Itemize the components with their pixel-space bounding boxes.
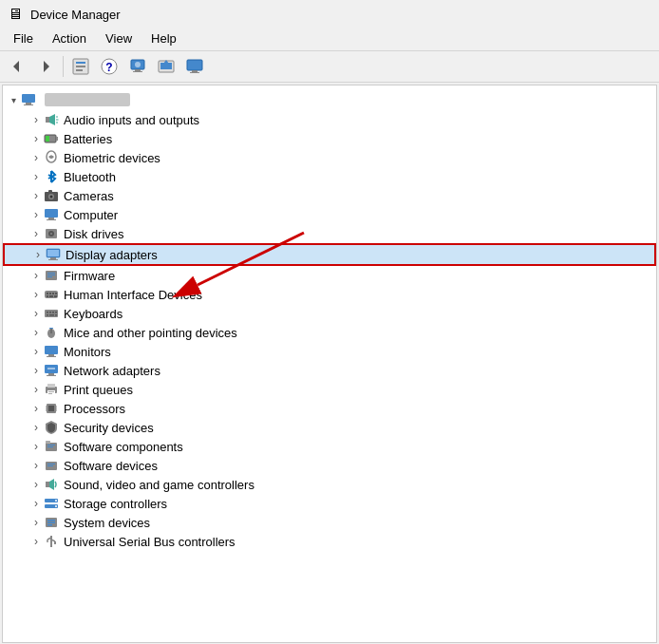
svg-rect-46	[47, 273, 55, 274]
svg-rect-69	[48, 354, 54, 356]
expand-icon-softcomp[interactable]: ›	[29, 440, 43, 453]
tree-item-usb[interactable]: ›Universal Serial Bus controllers	[3, 532, 656, 551]
device-label-disk: Disk drives	[64, 227, 124, 241]
expand-icon-keyboards[interactable]: ›	[29, 307, 43, 320]
svg-rect-54	[47, 295, 48, 297]
expand-icon-bluetooth[interactable]: ›	[29, 170, 43, 183]
scan-button[interactable]	[124, 54, 151, 79]
tree-item-batteries[interactable]: ›Batteries	[3, 129, 656, 148]
tree-item-hid[interactable]: ›Human Interface Devices	[3, 285, 656, 304]
expand-icon-storage[interactable]: ›	[29, 497, 43, 510]
svg-rect-90	[47, 446, 53, 447]
device-icon-system	[43, 515, 60, 530]
tree-item-print[interactable]: ›Print queues	[3, 380, 656, 399]
tree-item-monitors[interactable]: ›Monitors	[3, 342, 656, 361]
tree-item-system[interactable]: ›System devices	[3, 513, 656, 532]
tree-item-computer[interactable]: ›Computer	[3, 205, 656, 224]
menu-action[interactable]: Action	[43, 28, 96, 48]
menu-file[interactable]: File	[4, 28, 43, 48]
svg-rect-48	[47, 276, 52, 277]
properties-button[interactable]	[67, 54, 94, 79]
tree-item-security[interactable]: ›Security devices	[3, 418, 656, 437]
toolbar: ?	[0, 51, 659, 83]
device-label-softcomp: Software components	[64, 440, 183, 454]
svg-rect-52	[52, 293, 54, 294]
device-label-network: Network adapters	[64, 364, 160, 378]
device-icon-audio	[43, 112, 60, 127]
device-icon-bluetooth	[43, 169, 60, 184]
menu-help[interactable]: Help	[141, 28, 186, 48]
svg-rect-5	[76, 69, 83, 71]
device-icon-softcomp	[43, 439, 60, 454]
expand-icon-batteries[interactable]: ›	[29, 132, 43, 145]
tree-item-processors[interactable]: ›Processors	[3, 399, 656, 418]
back-button[interactable]	[4, 54, 30, 79]
expand-icon-firmware[interactable]: ›	[29, 269, 43, 282]
svg-rect-94	[47, 465, 53, 466]
svg-rect-58	[47, 312, 48, 313]
svg-rect-70	[47, 356, 56, 357]
tree-item-display[interactable]: ›Display adapters	[3, 243, 656, 266]
expand-icon-processors[interactable]: ›	[29, 402, 43, 415]
device-icon-usb	[43, 534, 60, 549]
device-label-audio: Audio inputs and outputs	[64, 113, 199, 127]
svg-rect-13	[160, 63, 172, 69]
tree-item-mice[interactable]: ›Mice and other pointing devices	[3, 323, 656, 342]
svg-rect-9	[135, 69, 141, 71]
tree-item-network[interactable]: ›Network adapters	[3, 361, 656, 380]
device-icon-network	[43, 363, 60, 378]
expand-icon-print[interactable]: ›	[29, 383, 43, 396]
svg-rect-53	[55, 293, 57, 294]
device-label-mice: Mice and other pointing devices	[64, 326, 237, 340]
expand-icon-display[interactable]: ›	[31, 248, 45, 261]
update-button[interactable]	[153, 54, 179, 79]
expand-icon-computer[interactable]: ›	[29, 208, 43, 221]
tree-item-firmware[interactable]: ›Firmware	[3, 266, 656, 285]
monitor-button[interactable]	[181, 54, 208, 79]
expand-icon-monitors[interactable]: ›	[29, 345, 43, 358]
root-expand[interactable]: ▾	[7, 95, 20, 105]
tree-item-softdev[interactable]: ›Software devices	[3, 456, 656, 475]
svg-rect-68	[45, 346, 58, 354]
tree-item-audio[interactable]: ›Audio inputs and outputs	[3, 110, 656, 129]
expand-icon-security[interactable]: ›	[29, 421, 43, 434]
device-icon-keyboards	[43, 306, 60, 321]
device-label-processors: Processors	[64, 402, 125, 416]
expand-icon-network[interactable]: ›	[29, 364, 43, 377]
tree-item-disk[interactable]: ›Disk drives	[3, 224, 656, 243]
menu-view[interactable]: View	[96, 28, 141, 48]
svg-rect-67	[49, 328, 53, 329]
svg-rect-73	[47, 375, 56, 376]
expand-icon-disk[interactable]: ›	[29, 227, 43, 240]
tree-item-cameras[interactable]: ›Cameras	[3, 186, 656, 205]
help-button[interactable]: ?	[96, 54, 122, 79]
expand-icon-sound[interactable]: ›	[29, 478, 43, 491]
device-icon-security	[43, 420, 60, 435]
tree-item-biometric[interactable]: ›Biometric devices	[3, 148, 656, 167]
device-label-softdev: Software devices	[64, 459, 158, 473]
expand-icon-mice[interactable]: ›	[29, 326, 43, 339]
device-icon-storage	[43, 496, 60, 511]
tree-item-sound[interactable]: ›Sound, video and game controllers	[3, 475, 656, 494]
expand-icon-system[interactable]: ›	[29, 516, 43, 529]
svg-rect-50	[47, 293, 48, 294]
expand-icon-hid[interactable]: ›	[29, 288, 43, 301]
device-label-display: Display adapters	[66, 248, 158, 262]
tree-item-keyboards[interactable]: ›Keyboards	[3, 304, 656, 323]
tree-item-softcomp[interactable]: ›Software components	[3, 437, 656, 456]
tree-item-storage[interactable]: ›Storage controllers	[3, 494, 656, 513]
svg-rect-55	[49, 295, 53, 297]
expand-icon-usb[interactable]: ›	[29, 535, 43, 548]
tree-item-bluetooth[interactable]: ›Bluetooth	[3, 167, 656, 186]
expand-icon-softdev[interactable]: ›	[29, 459, 43, 472]
expand-icon-audio[interactable]: ›	[29, 113, 43, 126]
expand-icon-cameras[interactable]: ›	[29, 189, 43, 202]
svg-rect-43	[48, 259, 58, 260]
svg-rect-3	[76, 62, 85, 64]
expand-icon-biometric[interactable]: ›	[29, 151, 43, 164]
svg-rect-20	[24, 104, 33, 105]
device-tree[interactable]: ▾ ›Audio inputs and outputs›Batteries›Bi…	[2, 85, 657, 643]
svg-rect-15	[187, 60, 202, 70]
device-label-print: Print queues	[64, 383, 133, 397]
forward-button[interactable]	[32, 54, 59, 79]
